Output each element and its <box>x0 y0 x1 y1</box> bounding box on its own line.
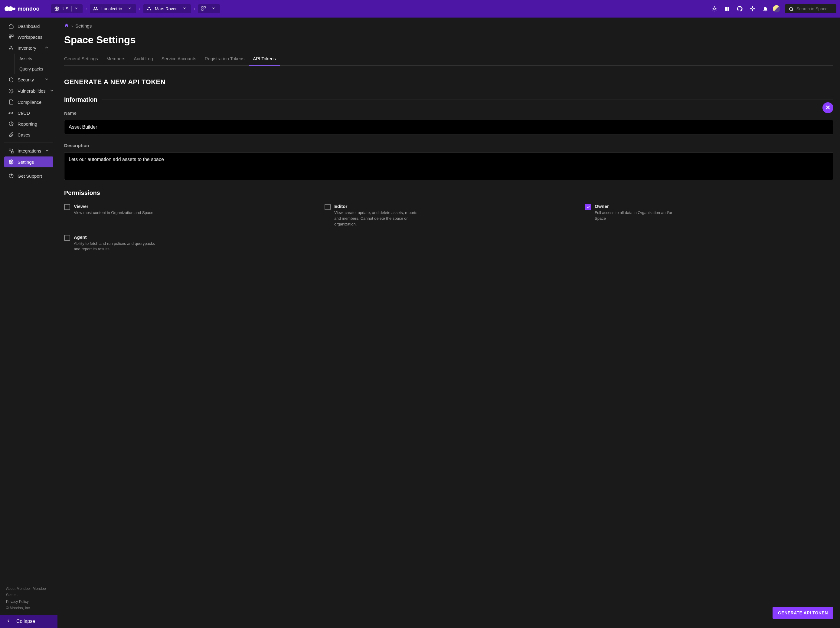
chevron-down-icon <box>49 88 54 94</box>
sidebar-item-security[interactable]: Security <box>4 74 53 85</box>
tab-members[interactable]: Members <box>106 56 126 65</box>
chevron-up-icon <box>44 45 49 51</box>
close-icon <box>825 104 831 111</box>
workspace-selector[interactable] <box>198 4 220 13</box>
logo-icon <box>4 6 15 11</box>
sidebar-item-settings[interactable]: Settings <box>4 157 53 168</box>
sidebar-item-query-packs[interactable]: Query packs <box>4 64 53 74</box>
svg-rect-9 <box>202 7 203 8</box>
sidebar-item-dashboard[interactable]: Dashboard <box>4 21 53 32</box>
svg-rect-13 <box>752 6 753 8</box>
org-selector[interactable]: Lunalectric <box>90 4 136 13</box>
sidebar-item-inventory[interactable]: Inventory <box>4 43 53 54</box>
svg-point-5 <box>96 7 97 9</box>
close-button[interactable] <box>823 102 833 113</box>
sidebar-item-support[interactable]: Get Support <box>4 171 53 181</box>
avatar[interactable] <box>773 5 780 13</box>
svg-point-24 <box>10 90 13 92</box>
svg-point-17 <box>789 7 793 11</box>
workspaces-icon <box>8 34 14 40</box>
svg-rect-27 <box>11 151 13 153</box>
svg-rect-16 <box>753 8 755 9</box>
sidebar-item-integrations[interactable]: Integrations <box>4 145 53 157</box>
breadcrumb-sep: › <box>139 7 141 11</box>
notifications-icon[interactable] <box>760 4 771 14</box>
search-input[interactable] <box>796 6 833 11</box>
grid-icon <box>201 6 207 11</box>
privacy-link[interactable]: Privacy Policy <box>6 600 29 604</box>
svg-point-12 <box>714 8 716 10</box>
tab-api-tokens[interactable]: API Tokens <box>253 56 276 65</box>
help-icon <box>8 173 14 179</box>
tab-general[interactable]: General Settings <box>64 56 98 65</box>
section-information: Information <box>64 96 833 103</box>
description-input[interactable] <box>64 152 833 180</box>
slack-icon[interactable] <box>747 4 758 14</box>
permissions-grid: Viewer View most content in Organization… <box>64 204 833 252</box>
infinity-icon <box>8 110 14 115</box>
search-icon <box>789 6 794 11</box>
section-permissions: Permissions <box>64 190 833 196</box>
sidebar-item-workspaces[interactable]: Workspaces <box>4 32 53 43</box>
tab-registration-tokens[interactable]: Registration Tokens <box>205 56 245 65</box>
sidebar-item-reporting[interactable]: Reporting <box>4 118 53 129</box>
main-content: › Settings Space Settings General Settin… <box>57 17 840 628</box>
space-icon <box>147 6 152 11</box>
space-selector[interactable]: Mars Rover <box>144 4 191 13</box>
name-label: Name <box>64 111 833 115</box>
search-box[interactable] <box>785 4 836 13</box>
github-icon[interactable] <box>735 4 745 14</box>
sidebar-item-cases[interactable]: Cases <box>4 129 53 140</box>
svg-rect-11 <box>202 9 203 10</box>
permission-viewer: Viewer View most content in Organization… <box>64 204 313 227</box>
puzzle-icon <box>8 148 14 154</box>
docs-icon[interactable] <box>722 4 732 14</box>
chevron-down-icon <box>212 6 217 11</box>
svg-rect-20 <box>9 38 11 39</box>
copyright: © Mondoo, Inc. <box>6 606 31 610</box>
globe-icon <box>54 6 60 11</box>
svg-point-1 <box>8 6 13 11</box>
home-icon <box>8 23 14 29</box>
page-title: Space Settings <box>64 34 833 46</box>
svg-rect-14 <box>752 9 753 11</box>
tab-service-accounts[interactable]: Service Accounts <box>161 56 196 65</box>
svg-point-6 <box>148 7 150 8</box>
sidebar-item-assets[interactable]: Assets <box>4 54 53 64</box>
tab-audit-log[interactable]: Audit Log <box>134 56 153 65</box>
sidebar-item-cicd[interactable]: CI/CD <box>4 108 53 118</box>
sidebar-item-vulnerabilities[interactable]: Vulnerabilities <box>4 85 53 96</box>
svg-rect-10 <box>204 7 206 8</box>
chart-icon <box>8 121 14 127</box>
checkbox-editor[interactable] <box>325 204 331 210</box>
svg-rect-18 <box>9 35 11 36</box>
permission-editor: Editor View, create, update, and delete … <box>325 204 573 227</box>
checkbox-owner[interactable] <box>585 204 591 210</box>
svg-point-29 <box>11 161 12 163</box>
svg-point-28 <box>12 149 13 150</box>
chevron-down-icon <box>45 148 50 154</box>
gear-icon <box>8 159 14 165</box>
chevron-down-icon <box>74 6 79 11</box>
checkbox-viewer[interactable] <box>64 204 70 210</box>
chevron-down-icon <box>128 6 133 11</box>
collapse-sidebar[interactable]: Collapse <box>0 615 57 628</box>
shield-icon <box>8 77 14 82</box>
permission-owner: Owner Full access to all data in Organiz… <box>585 204 833 227</box>
region-selector[interactable]: US <box>51 4 82 13</box>
about-link[interactable]: About Mondoo <box>6 587 30 591</box>
brand-logo[interactable]: mondoo <box>4 6 39 12</box>
sidebar: Dashboard Workspaces Inventory Assets Qu… <box>0 17 57 628</box>
svg-point-4 <box>94 7 96 9</box>
home-icon[interactable] <box>64 23 69 29</box>
checkbox-agent[interactable] <box>64 235 70 241</box>
theme-toggle[interactable] <box>709 4 720 14</box>
generate-api-token-button[interactable]: GENERATE API TOKEN <box>772 607 833 619</box>
breadcrumb-current: Settings <box>75 23 92 28</box>
breadcrumb-sep: › <box>193 7 196 11</box>
sidebar-item-compliance[interactable]: Compliance <box>4 96 53 108</box>
chevron-down-icon <box>44 77 49 82</box>
name-input[interactable] <box>64 120 833 134</box>
tabs: General Settings Members Audit Log Servi… <box>64 56 833 66</box>
brand-name: mondoo <box>17 6 39 12</box>
